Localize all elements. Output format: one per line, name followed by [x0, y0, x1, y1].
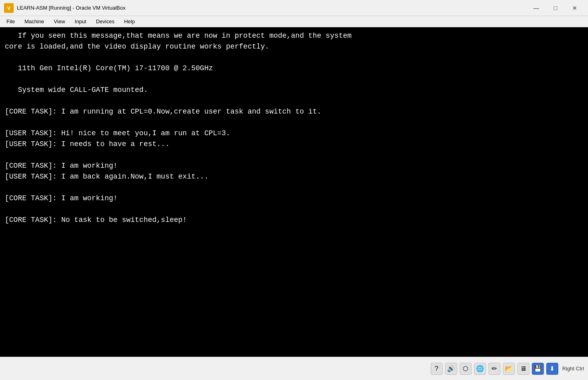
display-icon[interactable]: 🖥 [517, 363, 529, 375]
title-bar: V LEARN-ASM [Running] - Oracle VM Virtua… [0, 0, 588, 16]
audio-icon[interactable]: 🔊 [445, 363, 457, 375]
vm-display[interactable]: If you seen this message,that means we a… [0, 27, 588, 357]
question-icon[interactable]: ? [431, 363, 443, 375]
window-title: LEARN-ASM [Running] - Oracle VM VirtualB… [17, 5, 527, 11]
arrow-icon[interactable]: ⬇ [546, 363, 558, 375]
vm-icon[interactable]: 💾 [532, 363, 544, 375]
right-ctrl-label: Right Ctrl [562, 366, 584, 372]
app-icon: V [4, 3, 14, 13]
maximize-button[interactable]: □ [546, 2, 565, 14]
close-button[interactable]: ✕ [566, 2, 584, 14]
usb-icon[interactable]: ⬡ [460, 363, 472, 375]
menu-input[interactable]: Input [70, 17, 91, 26]
terminal-output: If you seen this message,that means we a… [5, 30, 583, 226]
svg-text:V: V [7, 6, 10, 11]
window-controls: — □ ✕ [527, 2, 584, 14]
menu-machine[interactable]: Machine [20, 17, 49, 26]
menu-devices[interactable]: Devices [91, 17, 119, 26]
menu-bar: File Machine View Input Devices Help [0, 16, 588, 27]
status-bar: ? 🔊 ⬡ 🌐 ✏ 📂 🖥 💾 ⬇ Right Ctrl [0, 357, 588, 380]
network-icon[interactable]: 🌐 [474, 363, 486, 375]
pen-icon[interactable]: ✏ [488, 363, 501, 375]
menu-file[interactable]: File [2, 17, 20, 26]
minimize-button[interactable]: — [527, 2, 545, 14]
shared-folder-icon[interactable]: 📂 [503, 363, 515, 375]
menu-help[interactable]: Help [119, 17, 140, 26]
menu-view[interactable]: View [49, 17, 70, 26]
